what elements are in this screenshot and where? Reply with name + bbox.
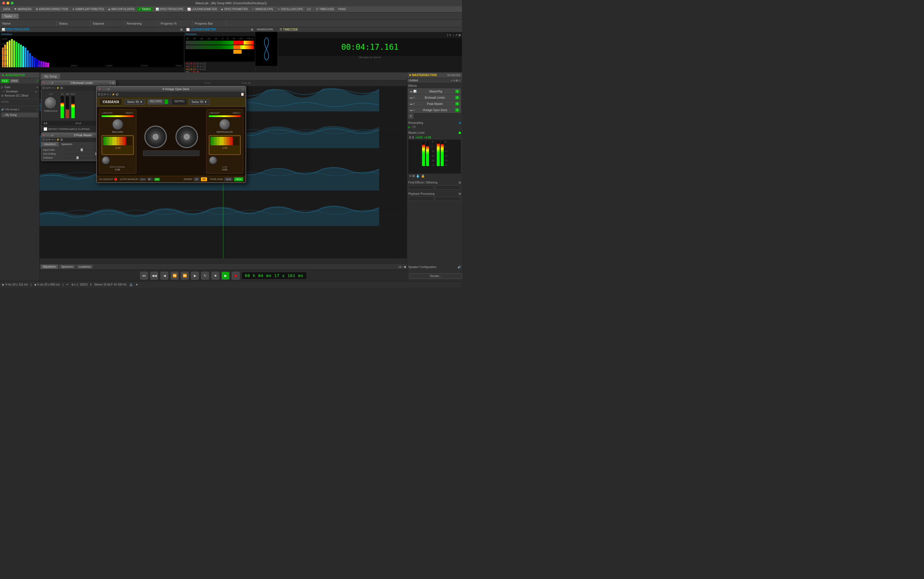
- prev-btn[interactable]: ◀◀: [150, 272, 158, 280]
- rewind-btn[interactable]: ◀: [161, 272, 168, 280]
- menu-oscilloscope[interactable]: 〜 OSCILLOSCOPE: [275, 7, 305, 12]
- tape-old[interactable]: OLD: [224, 177, 233, 181]
- ae-remove-dc-item[interactable]: ⊖ Remove DC Offset: [1, 93, 38, 98]
- record-btn[interactable]: ⏺: [232, 272, 240, 280]
- menu-data[interactable]: DATA: [2, 7, 12, 11]
- playback-slot-2[interactable]: [435, 196, 461, 201]
- record-knob[interactable]: [112, 119, 123, 130]
- repro-toggle[interactable]: REPRO: [172, 99, 187, 105]
- model-select-right[interactable]: Swiss '85 ▼: [189, 99, 210, 105]
- minimize-button[interactable]: [7, 2, 9, 5]
- masterrig-s-btn[interactable]: S: [455, 90, 459, 93]
- song-name-tab[interactable]: My Song: [41, 74, 60, 79]
- peakmaster-s-btn[interactable]: S: [455, 102, 459, 105]
- out-ceiling-slider[interactable]: [64, 153, 99, 154]
- master-tool-4[interactable]: ✓: [458, 79, 460, 82]
- loudness-expand[interactable]: ⊞: [251, 28, 253, 31]
- final-effects-expand[interactable]: ⊞: [459, 181, 461, 184]
- ae-gain-item[interactable]: ▷ Gain ▸: [1, 85, 38, 89]
- tape-new[interactable]: NEW: [234, 177, 243, 181]
- waveform-tab[interactable]: Waveform: [41, 142, 59, 146]
- brickwall-close[interactable]: ✕: [43, 82, 45, 85]
- fast-forward-btn[interactable]: ⏩: [181, 272, 189, 280]
- menu-spectroscope[interactable]: 📊 SPECTROSCOPE: [154, 7, 185, 11]
- master-tool-2[interactable]: ≡: [453, 79, 455, 82]
- ml-tool-4[interactable]: 🔒: [421, 174, 425, 178]
- close-button[interactable]: [2, 2, 5, 5]
- playback-expand[interactable]: ⊞: [459, 192, 461, 195]
- speaker-volume-icon[interactable]: 🔊: [457, 265, 461, 268]
- render-button[interactable]: Render...: [410, 273, 462, 279]
- spectroscope-expand[interactable]: ⊞: [180, 28, 182, 31]
- menu-markers[interactable]: ⚑ MARKERS: [12, 7, 33, 11]
- scroll-left-icon[interactable]: ◀: [403, 265, 406, 268]
- record-toggle[interactable]: RECORD: [147, 99, 164, 105]
- menu-lo[interactable]: LO: [305, 7, 312, 11]
- ml-tool-2[interactable]: ⊞: [412, 174, 415, 178]
- menu-tasks[interactable]: ✓ TASKS: [137, 7, 152, 11]
- menu-loudnessmeter[interactable]: 📈 LOUDNESSMETER: [185, 7, 219, 11]
- zoom-out-icon[interactable]: ◁▷: [398, 265, 402, 268]
- add-effect-btn[interactable]: +: [408, 114, 413, 119]
- ae-view-btn[interactable]: VIEW: [10, 79, 19, 83]
- detect-checkbox[interactable]: DETECT INTERSAMPLE CLIPPING: [44, 127, 90, 131]
- spectrum-tab-btn[interactable]: Spectrum: [59, 265, 75, 269]
- brickwall-s-btn[interactable]: S: [455, 96, 459, 99]
- spectroscope-functions[interactable]: Functions: [0, 32, 184, 36]
- ml-tool-3[interactable]: 💧: [416, 174, 420, 178]
- vintage-s-btn[interactable]: S: [455, 108, 459, 112]
- status-duration: ◆ 5 mn 25 s 660 ms: [34, 283, 60, 286]
- model-select-left[interactable]: Swiss '85 ▼: [125, 99, 145, 105]
- stop-btn[interactable]: ■: [211, 272, 219, 280]
- master-tool-3[interactable]: ⊞: [455, 79, 458, 82]
- col-status: Status: [57, 20, 90, 27]
- menu-sampleattributes[interactable]: ✦ SAMPLEATTRIBUTES: [70, 7, 106, 11]
- record-repro-switch[interactable]: [164, 99, 172, 105]
- spectroscope-display: -12dB -24dB -36dB -48dB -60dB 1.44Hz86Hz…: [0, 36, 183, 67]
- status-tool[interactable]: ✂: [66, 283, 69, 286]
- repro-knob[interactable]: [219, 119, 230, 130]
- peak-master-close[interactable]: ✕: [43, 134, 45, 137]
- effect-vintage[interactable]: ▬ ≡ Vintage Open Deck S: [408, 107, 461, 113]
- loudness-functions[interactable]: Functions: [185, 32, 255, 36]
- play-btn[interactable]: ▶: [221, 272, 229, 280]
- tasks-tab[interactable]: Tasks ✕: [2, 13, 19, 19]
- speed-30[interactable]: 30: [201, 177, 207, 181]
- menu-watchfolders[interactable]: ◈ WATCHFOLDERS: [106, 7, 136, 11]
- ae-refresh[interactable]: ↺: [36, 79, 38, 83]
- vintage-deck-close[interactable]: ✕: [98, 88, 101, 91]
- ml-tool-1[interactable]: ≡: [410, 174, 411, 178]
- loudness-tab-btn[interactable]: Loudness: [76, 265, 93, 269]
- resampling-expand[interactable]: ⊞: [459, 121, 461, 124]
- next-btn[interactable]: ▶: [191, 272, 199, 280]
- playback-slot-1[interactable]: [408, 196, 434, 201]
- effect-masterrig[interactable]: ▬ 📊 MasterRig S: [408, 88, 461, 94]
- master-tool-1[interactable]: ⤢: [451, 79, 453, 82]
- menu-errorcorrection[interactable]: ⚙ ERRORCORRECTION: [34, 7, 70, 11]
- menu-spectrometer[interactable]: ◈ SPECTROMETER: [219, 7, 249, 11]
- my-song-item[interactable]: ♩ My Song: [1, 113, 38, 117]
- svg-text:-60dB: -60dB: [1, 60, 7, 62]
- ae-file-btn[interactable]: FILE: [1, 79, 9, 83]
- menu-phas[interactable]: PHAS: [336, 7, 347, 11]
- bias-knob[interactable]: [102, 156, 110, 165]
- menu-timecode[interactable]: ⏱ TIMECODE: [314, 7, 336, 11]
- input-gain-slider[interactable]: [64, 149, 99, 150]
- auto-makeup-toggle[interactable]: [147, 178, 153, 181]
- final-slot-2[interactable]: [435, 185, 461, 190]
- fast-rewind-btn[interactable]: ⏪: [170, 272, 179, 280]
- threshold-knob[interactable]: [44, 96, 57, 109]
- menu-wavescope[interactable]: 〰 WAVESCOPE: [250, 7, 275, 11]
- effect-brickwall[interactable]: ▬ ≡ Brickwall Limiter S: [408, 95, 461, 100]
- effect-peakmaster[interactable]: ▬ ≡ Peak Master S: [408, 101, 461, 106]
- loop-btn[interactable]: ↻: [201, 272, 209, 280]
- final-slot-1[interactable]: [408, 185, 434, 190]
- low-knob[interactable]: [209, 156, 217, 165]
- speed-15[interactable]: 15: [193, 177, 200, 181]
- ae-envelope-item[interactable]: 〰 Envelope ▸: [1, 89, 38, 93]
- rewind-to-start-btn[interactable]: ⏮: [140, 272, 148, 280]
- waveform-tab-btn[interactable]: Waveform: [41, 265, 58, 269]
- add-file-group[interactable]: +: [36, 108, 38, 111]
- maximize-button[interactable]: [11, 2, 13, 5]
- spectrum-tab[interactable]: Spectrum: [59, 142, 75, 146]
